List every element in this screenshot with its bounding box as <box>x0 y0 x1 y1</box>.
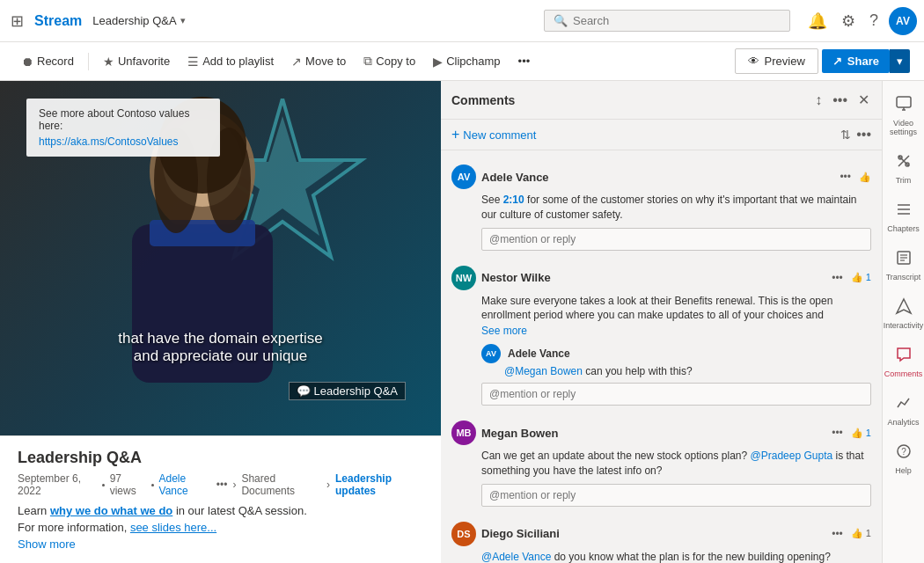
move-to-button[interactable]: ↗ Move to <box>284 49 353 74</box>
help-icon: ? <box>895 442 913 464</box>
svg-rect-9 <box>897 97 911 107</box>
avatar[interactable]: AV <box>889 7 917 35</box>
comment-item: AV Adele Vance ••• 👍 See 2:10 for some o… <box>441 157 882 258</box>
desc-link[interactable]: why we do what we do <box>50 504 172 517</box>
comment-more-button[interactable]: ••• <box>837 170 854 184</box>
trim-label: Trim <box>896 176 912 185</box>
comment-like: 👍 1 <box>851 528 871 539</box>
show-more-button[interactable]: Show more <box>18 537 76 551</box>
see-more-button[interactable]: See more <box>481 325 871 337</box>
avatar: MB <box>451 420 476 445</box>
slides-link[interactable]: see slides here... <box>130 521 216 534</box>
nested-avatar: AV <box>481 344 501 363</box>
video-settings-label: Video settings <box>886 119 920 136</box>
more-options-button[interactable]: ••• <box>856 127 871 143</box>
trim-panel-item[interactable]: Trim <box>883 145 924 192</box>
video-container[interactable]: See more about Contoso values here: http… <box>0 81 441 435</box>
chapters-panel-item[interactable]: Chapters <box>883 194 924 240</box>
comment-body: Make sure everyone takes a look at their… <box>481 294 871 324</box>
grid-icon[interactable]: ⊞ <box>7 8 27 34</box>
panel-icons: Video settings Trim Chapters Transcript … <box>882 81 924 563</box>
share-button[interactable]: ↗ Share <box>822 49 890 73</box>
settings-icon[interactable]: ⚙ <box>838 8 859 34</box>
mention: @Pradeep Gupta <box>751 450 833 462</box>
comment-more-button[interactable]: ••• <box>829 426 846 440</box>
interactivity-panel-item[interactable]: Interactivity <box>883 290 924 337</box>
comment-more-button[interactable]: ••• <box>829 527 846 541</box>
nav-icons: 🔔 ⚙ ? AV <box>804 7 917 35</box>
breadcrumb-chevron-icon[interactable]: ▾ <box>180 15 186 26</box>
breadcrumb-active[interactable]: Leadership updates <box>335 472 423 497</box>
nested-comment: AV Adele Vance @Megan Bowen can you help… <box>481 344 871 377</box>
tooltip-link[interactable]: https://aka.ms/ContosoValues <box>39 135 208 148</box>
timestamp-link[interactable]: 2:10 <box>503 194 524 206</box>
record-button[interactable]: ⏺ Record <box>14 49 81 74</box>
shared-docs-link[interactable]: Shared Documents <box>241 472 321 497</box>
comment-like: 👍 1 <box>851 428 871 439</box>
copy-to-button[interactable]: ⧉ Copy to <box>356 48 422 74</box>
video-date: September 6, 2022 <box>18 472 97 497</box>
comment-like: 👍 <box>859 172 871 183</box>
transcript-label: Transcript <box>886 273 921 282</box>
more-comments-button[interactable]: ••• <box>831 91 849 110</box>
reply-input[interactable] <box>481 383 871 406</box>
comment-body: See 2:10 for some of the customer storie… <box>481 193 871 223</box>
video-frame: See more about Contoso values here: http… <box>0 81 441 435</box>
video-info: Leadership Q&A September 6, 2022 97 view… <box>0 435 441 563</box>
tooltip-text: See more about Contoso values here: <box>39 107 208 132</box>
search-input[interactable] <box>573 14 781 27</box>
video-settings-panel-item[interactable]: Video settings <box>883 88 924 143</box>
meta-dot2 <box>151 484 154 486</box>
reply-input[interactable] <box>481 228 871 251</box>
sort-comments-button[interactable]: ↕ <box>813 91 824 110</box>
comment-item: DS Diego Siciliani ••• 👍 1 @Adele Vance … <box>441 514 882 563</box>
app-name: Stream <box>34 13 82 29</box>
breadcrumb-arrow-icon: › <box>326 479 330 491</box>
more-info: For more information, see slides here... <box>18 521 423 534</box>
notifications-icon[interactable]: 🔔 <box>804 8 831 34</box>
clipchamp-button[interactable]: ▶ Clipchamp <box>426 49 507 74</box>
interactivity-label: Interactivity <box>884 321 924 330</box>
preview-button[interactable]: 👁 Preview <box>735 48 818 74</box>
video-meta: September 6, 2022 97 views Adele Vance •… <box>18 472 423 497</box>
help-icon[interactable]: ? <box>866 8 882 33</box>
preview-icon: 👁 <box>748 55 759 68</box>
commenter-name: Diego Siciliani <box>481 527 824 540</box>
comment-more-button[interactable]: ••• <box>829 271 846 285</box>
add-to-playlist-button[interactable]: ☰ Add to playlist <box>180 49 281 74</box>
comments-header: Comments ↕ ••• ✕ <box>441 81 882 120</box>
svg-marker-19 <box>897 299 911 313</box>
top-nav: ⊞ Stream Leadership Q&A ▾ 🔍 🔔 ⚙ ? AV <box>0 0 924 42</box>
new-comment-button[interactable]: + New comment <box>451 127 536 143</box>
unfavorite-button[interactable]: ★ Unfavorite <box>96 49 177 74</box>
comments-icon <box>895 346 913 368</box>
close-comments-button[interactable]: ✕ <box>856 90 871 110</box>
move-icon: ↗ <box>291 55 302 69</box>
new-comment-row: + New comment ⇅ ••• <box>441 120 882 150</box>
toolbar: ⏺ Record ★ Unfavorite ☰ Add to playlist … <box>0 42 924 81</box>
nested-body: @Megan Bowen can you help with this? <box>504 365 871 377</box>
comment-item: MB Megan Bowen ••• 👍 1 Can we get an upd… <box>441 413 882 514</box>
analytics-panel-item[interactable]: Analytics <box>883 387 924 434</box>
more-button[interactable]: ••• <box>511 49 538 73</box>
star-icon: ★ <box>103 55 114 69</box>
filter-icon[interactable]: ⇅ <box>840 128 851 142</box>
share-dropdown-button[interactable]: ▾ <box>890 49 910 73</box>
help-panel-item[interactable]: ? Help <box>883 435 924 482</box>
commenter-name: Nestor Wilke <box>481 271 824 284</box>
comment-body: Can we get an update about the new stock… <box>481 449 871 479</box>
analytics-label: Analytics <box>887 418 919 427</box>
comment-header: AV Adele Vance ••• 👍 <box>451 165 871 189</box>
commenter-name: Megan Bowen <box>481 427 824 440</box>
transcript-panel-item[interactable]: Transcript <box>883 242 924 289</box>
meta-dot1 <box>102 484 105 486</box>
analytics-icon <box>895 394 913 416</box>
reply-input[interactable] <box>481 484 871 507</box>
breadcrumb-title[interactable]: Leadership Q&A <box>92 14 176 27</box>
video-author-link[interactable]: Adele Vance <box>159 472 211 497</box>
comments-panel: Comments ↕ ••• ✕ + New comment ⇅ ••• AV … <box>441 81 882 563</box>
comments-panel-item[interactable]: Comments <box>883 339 924 385</box>
comments-list: AV Adele Vance ••• 👍 See 2:10 for some o… <box>441 150 882 563</box>
video-settings-icon <box>895 95 913 117</box>
meta-more-icon[interactable]: ••• <box>216 479 228 491</box>
